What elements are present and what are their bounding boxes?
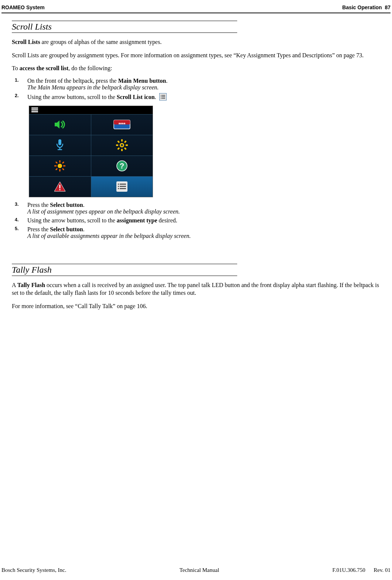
svg-rect-18: [116, 144, 118, 146]
svg-line-33: [62, 162, 64, 163]
menu-help[interactable]: ?: [91, 156, 153, 176]
header-divider: [1, 13, 391, 13]
scroll-list-icon-inline: [159, 93, 167, 102]
menu-settings[interactable]: [91, 135, 153, 156]
menu-keypad[interactable]: ****: [91, 114, 153, 135]
menu-microphone[interactable]: [29, 135, 91, 156]
svg-marker-8: [55, 120, 59, 129]
menu-brightness[interactable]: [29, 156, 91, 176]
svg-rect-45: [120, 188, 126, 189]
scroll-lists-access: To access the scroll list, do the follow…: [12, 64, 380, 72]
menu-alert[interactable]: [29, 176, 91, 197]
menu-scroll-list[interactable]: [91, 176, 153, 197]
svg-rect-16: [121, 139, 123, 141]
svg-rect-12: [58, 139, 61, 145]
svg-line-31: [62, 168, 64, 170]
svg-rect-5: [162, 96, 165, 97]
svg-rect-23: [124, 147, 126, 150]
step-list-continued: 3. Press the Select button. A list of as…: [12, 202, 380, 239]
keypad-icon: ****: [113, 119, 131, 130]
page-content: Scroll Lists Scroll Lists are groups of …: [1, 21, 391, 310]
svg-rect-41: [120, 184, 126, 185]
speaker-icon: [54, 119, 66, 130]
step-4: 4. Using the arrow buttons, scroll to th…: [26, 217, 380, 224]
svg-rect-19: [126, 144, 128, 146]
svg-rect-3: [162, 95, 165, 96]
step-5: 5. Press the Select button. A list of av…: [26, 226, 380, 239]
svg-rect-4: [161, 96, 161, 97]
step-5-result: A list of available assignments appear i…: [27, 233, 191, 239]
gear-icon: [116, 139, 128, 151]
page-footer: Bosch Security Systems, Inc. Technical M…: [1, 567, 391, 573]
svg-text:?: ?: [120, 162, 124, 170]
svg-rect-37: [59, 185, 61, 188]
svg-rect-44: [118, 188, 119, 189]
beltpack-screenshot: **** ?: [12, 106, 380, 197]
svg-rect-42: [118, 186, 119, 187]
header-section: Basic Operation 87: [342, 4, 391, 10]
brightness-icon: [54, 160, 66, 172]
svg-line-32: [56, 168, 57, 170]
tally-flash-p2: For more information, see “Call Tally Ta…: [12, 302, 380, 310]
scroll-lists-intro: Scroll Lists are groups of alphas of the…: [12, 38, 380, 46]
svg-text:****: ****: [118, 122, 125, 127]
svg-point-25: [58, 164, 62, 168]
step-1-result: The Main Menu appears in the beltpack di…: [27, 84, 158, 91]
menu-speaker[interactable]: [29, 114, 91, 135]
page-header: ROAMEO System Basic Operation 87: [1, 4, 391, 13]
svg-rect-38: [59, 189, 61, 190]
svg-rect-6: [161, 98, 161, 99]
svg-rect-22: [117, 141, 120, 143]
hamburger-icon: [31, 107, 38, 113]
alert-icon: [54, 181, 66, 192]
tally-flash-p1: A Tally Flash occurs when a call is rece…: [12, 281, 380, 297]
step-1: 1. On the front of the beltpack, press t…: [26, 78, 380, 91]
step-3: 3. Press the Select button. A list of as…: [26, 202, 380, 215]
help-icon: ?: [116, 160, 128, 172]
svg-rect-40: [118, 184, 119, 185]
footer-company: Bosch Security Systems, Inc.: [1, 567, 66, 573]
svg-point-24: [121, 144, 123, 146]
footer-docnum-rev: F.01U.306.750 Rev. 01: [333, 567, 391, 573]
svg-rect-2: [161, 95, 161, 96]
step-list: 1. On the front of the beltpack, press t…: [12, 78, 380, 102]
step-2: 2. Using the arrow buttons, scroll to th…: [26, 93, 380, 102]
section-title-tally-flash: Tally Flash: [12, 264, 237, 276]
step-3-result: A list of assignment types appear on the…: [27, 208, 180, 215]
screen-menu-bar: [29, 106, 153, 114]
section-title-scroll-lists: Scroll Lists: [12, 21, 237, 33]
svg-line-30: [56, 162, 57, 163]
svg-rect-17: [121, 149, 123, 151]
microphone-icon: [55, 139, 65, 152]
header-system-name: ROAMEO System: [1, 4, 45, 10]
svg-rect-21: [117, 147, 120, 150]
svg-rect-20: [124, 141, 126, 143]
footer-doc-type: Technical Manual: [180, 567, 219, 573]
svg-rect-43: [120, 186, 126, 187]
svg-rect-7: [162, 98, 165, 99]
device-screen: **** ?: [29, 106, 153, 197]
scroll-list-icon: [116, 181, 127, 192]
scroll-lists-para2: Scroll Lists are grouped by assignment t…: [12, 51, 380, 59]
